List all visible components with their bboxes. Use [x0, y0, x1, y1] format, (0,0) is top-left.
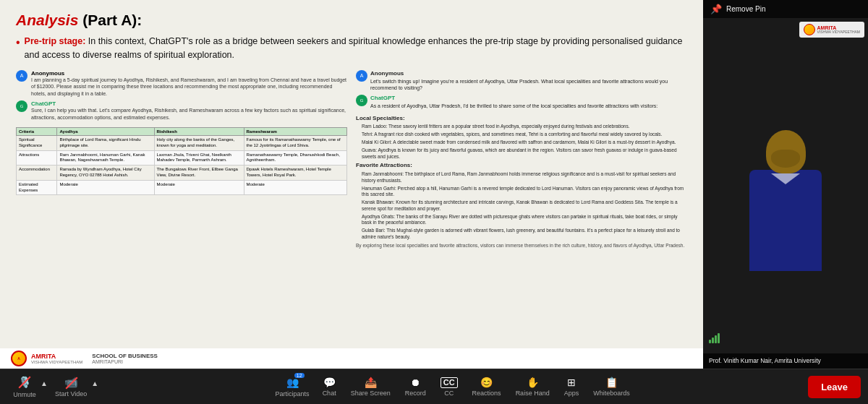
table-cell: Moderate — [244, 180, 347, 195]
table-header-rishikesh: Rishikesh — [154, 127, 244, 135]
table-cell: Dpawk Hotels Rameshwaram, Hotel Temple T… — [244, 166, 347, 181]
participants-button[interactable]: 👥 12 Participants — [271, 374, 314, 400]
pin-icon: 📌 — [710, 4, 722, 14]
bullet-dot: • — [16, 35, 20, 51]
right-chat-panel: A Anonymous Let's switch things up! Imag… — [356, 70, 687, 335]
captions-label: CC — [444, 390, 454, 397]
toolbar: 🎙️ Unmute ▲ 📹 Start Video ▲ 👥 — [0, 369, 868, 404]
school-text: SCHOOL OF BUSINESS — [92, 353, 158, 360]
record-label: Record — [405, 390, 426, 397]
amrita-video-logo: AMRITA VISHWA VIDYAPEETHAM — [799, 22, 864, 38]
raise-hand-button[interactable]: ✋ Raise Hand — [510, 374, 556, 399]
captions-button[interactable]: CC CC — [435, 375, 464, 399]
apps-icon: ⊞ — [567, 377, 576, 388]
whiteboards-button[interactable]: 📋 Whiteboards — [587, 374, 636, 399]
user2-message-right: Let's switch things up! Imagine you're a… — [370, 78, 687, 92]
bullet-text: Pre-trip stage: In this context, ChatGPT… — [25, 35, 687, 63]
chatgpt-name-left: ChatGPT — [31, 100, 347, 107]
table-cell: Accommodation — [17, 166, 57, 181]
chat-icon: 💬 — [323, 377, 336, 388]
local-item: Guava: Ayodhya is known for its juicy an… — [362, 147, 687, 160]
table-cell: Holy city along the banks of the Ganges,… — [154, 135, 244, 150]
chat-button[interactable]: 💬 Chat — [317, 374, 342, 399]
share-screen-label: Share Screen — [351, 390, 391, 397]
person-figure — [749, 130, 822, 271]
user2-avatar: A — [356, 70, 367, 82]
local-item: Tehri: A fragrant rice dish cooked with … — [362, 132, 687, 138]
local-item: Ram Ladoo: These savory lentil fritters … — [362, 124, 687, 130]
reactions-label: Reactions — [472, 390, 501, 397]
table-header-criteria: Criteria — [17, 127, 57, 135]
user1-message-left: I am planning a 5-day spiritual journey … — [31, 77, 347, 97]
apps-button[interactable]: ⊞ Apps — [558, 374, 585, 399]
chatgpt-avatar-right: G — [356, 95, 367, 106]
whiteboards-icon: 📋 — [605, 377, 618, 388]
user1-avatar: A — [16, 70, 27, 82]
signal-bars — [709, 333, 720, 343]
table-cell: Ramanathaswamy Temple, Dhanushkodi Beach… — [244, 150, 347, 166]
local-specialties-title: Local Specialties: — [356, 115, 687, 123]
record-button[interactable]: ⏺ Record — [399, 374, 432, 399]
raise-hand-label: Raise Hand — [516, 390, 550, 397]
table-cell: Attractions — [17, 150, 57, 166]
chat-label: Chat — [323, 390, 336, 397]
raise-hand-icon: ✋ — [527, 377, 539, 388]
table-cell: The Bungalows River Front, Ellbee Ganga … — [154, 166, 244, 181]
captions-icon: CC — [441, 377, 458, 388]
chatgpt-message-left: Sure, I can help you with that. Let's co… — [31, 107, 347, 121]
table-cell: Laxman Jhula, Triveni Ghat, Neelkanth Ma… — [154, 150, 244, 166]
table-cell: Ramada by Wyndham Ayodhya, Hotel City Re… — [57, 166, 154, 181]
chatgpt-intro-right: As a resident of Ayodhya, Uttar Pradesh,… — [370, 103, 658, 109]
local-item: Malai Ki Gilori: A delectable sweet made… — [362, 139, 687, 146]
record-icon: ⏺ — [410, 377, 420, 388]
table-cell: Moderate — [57, 180, 154, 195]
table-cell: Birthplace of Lord Rama, significant Hin… — [57, 135, 154, 150]
remove-pin-bar[interactable]: 📌 Remove Pin — [703, 0, 868, 18]
amrita-circle-logo: A — [11, 351, 27, 366]
video-chevron[interactable]: ▲ — [91, 379, 98, 387]
unmute-button[interactable]: 🎙️ Unmute — [7, 373, 42, 400]
participants-icon: 👥 — [286, 377, 299, 388]
amrita-name-text: AMRITA — [31, 353, 82, 360]
participants-label: Participants — [276, 390, 310, 397]
unmute-chevron[interactable]: ▲ — [41, 379, 48, 387]
amrita-bottom-logo: A AMRITA VISHWA VIDYAPEETHAM SCHOOL OF B… — [0, 348, 703, 369]
participants-badge: 12 — [294, 373, 305, 378]
speaker-full-name: Prof. Vinith Kumar Nair, Amrita Universi… — [709, 357, 862, 365]
share-screen-icon: 📤 — [365, 377, 377, 388]
unmute-label: Unmute — [13, 391, 36, 398]
user2-name-right: Anonymous — [370, 70, 687, 78]
table-cell: Estimated Expenses — [17, 180, 57, 195]
start-video-label: Start Video — [55, 390, 87, 397]
presentation-area: Analysis (Part A): • Pre-trip stage: In … — [0, 0, 703, 369]
slide-title: Analysis (Part A): — [16, 12, 687, 29]
favorite-attractions-title: Favorite Attractions: — [356, 162, 687, 170]
leave-button[interactable]: Leave — [808, 376, 861, 398]
reactions-button[interactable]: 😊 Reactions — [467, 374, 507, 399]
table-header-rameshwaram: Rameshwaram — [244, 127, 347, 135]
apps-label: Apps — [564, 390, 579, 397]
table-cell: Famous for its Ramanathaswamy Temple, on… — [244, 135, 347, 150]
speaker-video: AMRITA VISHWA VIDYAPEETHAM — [703, 18, 868, 369]
table-cell: Moderate — [154, 180, 244, 195]
whiteboards-label: Whiteboards — [593, 390, 630, 397]
fav-item: Ram Janmabhoomi: The birthplace of Lord … — [362, 171, 687, 184]
chatgpt-name-right: ChatGPT — [370, 95, 658, 103]
speaker-name-bar: Prof. Vinith Kumar Nair, Amrita Universi… — [703, 353, 868, 369]
table-cell: Ram Janmabhoomi, Hanuman Garhi, Kanak Bh… — [57, 150, 154, 166]
amrita-vidya-text: VISHWA VIDYAPEETHAM — [31, 360, 82, 364]
fav-item: Hanuman Garhi: Perched atop a hill, Hanu… — [362, 186, 687, 199]
remove-pin-label: Remove Pin — [726, 5, 765, 13]
chatgpt-avatar-left: G — [16, 100, 27, 112]
title-part: (Part A): — [78, 12, 142, 28]
reactions-icon: 😊 — [480, 377, 493, 388]
user1-name-left: Anonymous — [31, 70, 347, 77]
fav-item: Ayodhya Ghats: The banks of the Sarayu R… — [362, 214, 687, 227]
right-footer: By exploring these local specialties and… — [356, 243, 687, 249]
title-analysis: Analysis — [16, 12, 78, 28]
start-video-button[interactable]: 📹 Start Video — [49, 374, 93, 400]
bullet-content: In this context, ChatGPT's role as a bri… — [25, 36, 683, 60]
comparison-table: Criteria Ayodhya Rishikesh Rameshwaram S… — [16, 127, 347, 195]
bullet-label: Pre-trip stage: — [25, 36, 86, 46]
share-screen-button[interactable]: 📤 Share Screen — [345, 374, 396, 399]
